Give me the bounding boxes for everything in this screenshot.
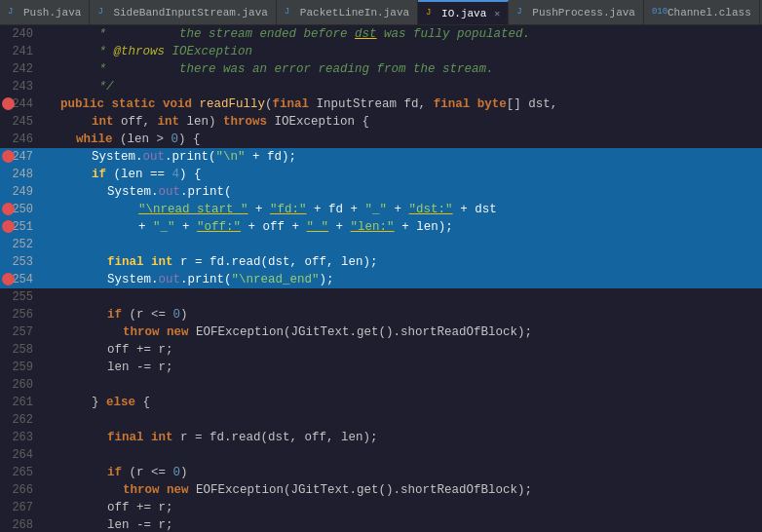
line-number-267: 267: [0, 499, 41, 516]
line-content-263: final int r = fd.read(dst, off, len);: [41, 429, 762, 446]
code-line-241: 241 * @throws IOException: [0, 43, 762, 60]
line-content-247: System.out.print("\n" + fd);: [41, 148, 762, 166]
line-content-240: * the stream ended before dst was fully …: [41, 25, 762, 43]
tab-icon-io: J: [426, 8, 438, 19]
tab-label-pushprocess: PushProcess.java: [532, 7, 635, 19]
code-line-252: 252: [0, 236, 762, 253]
line-content-254: System.out.print("\nread_end");: [41, 271, 762, 288]
code-line-248: 248 if (len == 4) {: [0, 166, 762, 183]
line-number-241: 241: [0, 43, 41, 60]
line-content-255: [41, 288, 762, 306]
tab-label-packetline: PacketLineIn.java: [300, 7, 409, 19]
line-content-268: len -= r;: [41, 516, 762, 532]
line-content-259: len -= r;: [41, 359, 762, 376]
line-number-257: 257: [0, 323, 41, 341]
code-line-267: 267 off += r;: [0, 499, 762, 516]
code-line-242: 242 * there was an error reading from th…: [0, 60, 762, 78]
line-content-246: while (len > 0) {: [41, 131, 762, 148]
line-content-264: [41, 446, 762, 464]
line-number-252: 252: [0, 236, 41, 253]
tab-icon-pushprocess: J: [516, 7, 528, 19]
line-content-241: * @throws IOException: [41, 43, 762, 60]
code-line-244: 244 public static void readFully(final I…: [0, 95, 762, 113]
code-line-265: 265 if (r <= 0): [0, 464, 762, 481]
tab-push[interactable]: J Push.java: [0, 0, 90, 24]
breakpoint-250: [2, 203, 15, 215]
line-number-249: 249: [0, 183, 41, 201]
line-content-265: if (r <= 0): [41, 464, 762, 481]
line-content-245: int off, int len) throws IOException {: [41, 113, 762, 131]
breakpoint-247: [2, 150, 15, 163]
code-line-266: 266 throw new EOFException(JGitText.get(…: [0, 481, 762, 499]
code-line-249: 249 System.out.print(: [0, 183, 762, 201]
line-content-252: [41, 236, 762, 253]
line-number-264: 264: [0, 446, 41, 464]
tab-label-push: Push.java: [23, 7, 81, 19]
code-line-259: 259 len -= r;: [0, 359, 762, 376]
tab-label-sideband: SideBandInputStream.java: [113, 7, 267, 19]
tab-sideband[interactable]: J SideBandInputStream.java: [90, 0, 276, 24]
line-number-259: 259: [0, 359, 41, 376]
line-number-268: 268: [0, 516, 41, 532]
code-line-247: 247 System.out.print("\n" + fd);: [0, 148, 762, 166]
code-line-245: 245 int off, int len) throws IOException…: [0, 113, 762, 131]
code-line-243: 243 */: [0, 78, 762, 95]
line-content-261: } else {: [41, 394, 762, 411]
line-number-246: 246: [0, 131, 41, 148]
line-content-262: [41, 411, 762, 429]
tab-icon-push: J: [8, 7, 19, 19]
line-content-267: off += r;: [41, 499, 762, 516]
line-number-258: 258: [0, 341, 41, 359]
line-content-266: throw new EOFException(JGitText.get().sh…: [41, 481, 762, 499]
line-content-251: + "_" + "off:" + off + "_" + "len:" + le…: [41, 218, 762, 236]
tab-packetline[interactable]: J PacketLineIn.java: [277, 0, 418, 24]
line-number-240: 240: [0, 25, 41, 43]
line-number-255: 255: [0, 288, 41, 306]
tab-io[interactable]: J IO.java ✕: [418, 0, 509, 24]
tab-pushprocess[interactable]: J PushProcess.java: [509, 0, 644, 24]
tab-bar: J Push.java J SideBandInputStream.java J…: [0, 0, 762, 25]
line-number-250: 250: [0, 201, 41, 218]
line-number-261: 261: [0, 394, 41, 411]
line-content-242: * there was an error reading from the st…: [41, 60, 762, 78]
line-number-266: 266: [0, 481, 41, 499]
line-number-242: 242: [0, 60, 41, 78]
code-line-254: 254 System.out.print("\nread_end");: [0, 271, 762, 288]
line-number-247: 247: [0, 148, 41, 166]
line-number-263: 263: [0, 429, 41, 446]
breakpoint-251: [2, 220, 15, 233]
line-content-253: final int r = fd.read(dst, off, len);: [41, 253, 762, 271]
line-content-257: throw new EOFException(JGitText.get().sh…: [41, 323, 762, 341]
line-content-244: public static void readFully(final Input…: [41, 95, 762, 113]
code-line-268: 268 len -= r;: [0, 516, 762, 532]
line-content-248: if (len == 4) {: [41, 166, 762, 183]
code-line-261: 261 } else {: [0, 394, 762, 411]
line-number-262: 262: [0, 411, 41, 429]
tab-channel[interactable]: 010 Channel.class: [644, 0, 760, 24]
code-line-264: 264: [0, 446, 762, 464]
code-line-255: 255: [0, 288, 762, 306]
line-content-250: "\nread_start_" + "fd:" + fd + "_" + "ds…: [41, 201, 762, 218]
tab-close-io[interactable]: ✕: [494, 8, 500, 19]
code-line-256: 256 if (r <= 0): [0, 306, 762, 323]
tab-label-channel: Channel.class: [667, 7, 751, 19]
code-line-258: 258 off += r;: [0, 341, 762, 359]
line-number-253: 253: [0, 253, 41, 271]
line-number-244: 244: [0, 95, 41, 113]
line-number-243: 243: [0, 78, 41, 95]
line-number-260: 260: [0, 376, 41, 394]
breakpoint-254: [2, 273, 15, 285]
editor-area: 240 * the stream ended before dst was fu…: [0, 25, 762, 532]
line-content-258: off += r;: [41, 341, 762, 359]
code-line-260: 260: [0, 376, 762, 394]
line-number-245: 245: [0, 113, 41, 131]
code-line-251: 251 + "_" + "off:" + off + "_" + "len:" …: [0, 218, 762, 236]
line-number-254: 254: [0, 271, 41, 288]
line-content-243: */: [41, 78, 762, 95]
line-number-248: 248: [0, 166, 41, 183]
code-line-240: 240 * the stream ended before dst was fu…: [0, 25, 762, 43]
code-area[interactable]: 240 * the stream ended before dst was fu…: [0, 25, 762, 532]
code-line-257: 257 throw new EOFException(JGitText.get(…: [0, 323, 762, 341]
line-content-249: System.out.print(: [41, 183, 762, 201]
code-line-253: 253 final int r = fd.read(dst, off, len)…: [0, 253, 762, 271]
